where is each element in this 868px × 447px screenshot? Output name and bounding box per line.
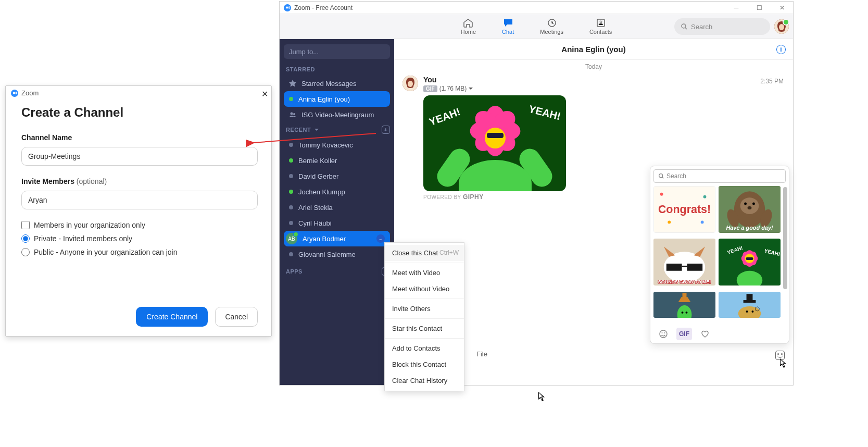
sidebar-item-recent[interactable]: Jochen Klumpp — [284, 184, 390, 200]
chat-sidebar: Jump to... STARRED Starred Messages Anin… — [280, 39, 394, 385]
sidebar-item-aryan[interactable]: AB Aryan Bodmer ⌄ — [284, 231, 390, 246]
svg-point-12 — [660, 193, 663, 196]
profile-avatar[interactable] — [774, 19, 789, 34]
heart-tab[interactable] — [697, 328, 713, 340]
sidebar-item-recent[interactable]: Giovanni Salemme — [284, 246, 390, 262]
gif-cell-yeah[interactable]: YEAH! YEAH! — [719, 239, 781, 285]
window-maximize-button[interactable]: ☐ — [751, 3, 767, 13]
gif-tab[interactable]: GIF — [676, 328, 692, 340]
sidebar-item-recent[interactable]: Bernie Koller — [284, 153, 390, 168]
search-icon — [681, 23, 688, 30]
dialog-titlebar: Zoom ✕ — [6, 86, 271, 100]
svg-point-48 — [751, 311, 753, 313]
home-icon — [463, 18, 473, 28]
svg-point-19 — [740, 197, 759, 214]
ctx-block[interactable]: Block this Contact — [385, 356, 464, 372]
sidebar-item-isg[interactable]: ISG Video-Meetingraum — [284, 107, 390, 122]
sidebar-section-apps[interactable]: APPS + — [286, 267, 390, 276]
svg-point-3 — [682, 24, 686, 28]
emoji-tab[interactable] — [656, 328, 671, 340]
create-channel-button[interactable]: Create Channel — [136, 307, 208, 327]
sidebar-item-recent[interactable]: Ariel Stekla — [284, 200, 390, 215]
sidebar-section-recent[interactable]: RECENT + — [286, 126, 390, 134]
ctx-invite[interactable]: Invite Others — [385, 301, 464, 317]
svg-rect-50 — [747, 294, 753, 301]
gif-image[interactable]: YEAH! YEAH! — [423, 95, 566, 191]
svg-point-52 — [660, 330, 667, 338]
message-sender: You — [423, 76, 785, 84]
ctx-meet-no-video[interactable]: Meet without Video — [385, 281, 464, 297]
chat-header: Anina Eglin (you) i — [394, 39, 793, 60]
message-meta: GIF (1.76 MB) — [423, 85, 785, 92]
message-avatar — [402, 76, 418, 91]
avatar: AB — [286, 233, 297, 244]
gif-cell-goodday[interactable]: Have a good day! — [719, 186, 781, 233]
ctx-star[interactable]: Star this Contact — [385, 320, 464, 337]
caret-down-icon[interactable] — [469, 86, 473, 91]
svg-point-15 — [701, 220, 704, 223]
nav-home[interactable]: Home — [461, 18, 476, 35]
dialog-title-text: Zoom — [21, 89, 39, 97]
public-radio[interactable]: Public - Anyone in your organization can… — [21, 248, 256, 256]
svg-text:SOUNDS GOOD TO ME!: SOUNDS GOOD TO ME! — [658, 279, 711, 284]
svg-point-10 — [659, 174, 663, 178]
search-input[interactable]: Search — [674, 18, 770, 35]
contact-context-menu: Close this ChatCtrl+W Meet with Video Me… — [384, 242, 464, 391]
zoom-logo-icon — [284, 4, 291, 11]
invite-members-label: Invite Members (optional) — [21, 177, 256, 185]
emoji-picker-button[interactable] — [775, 351, 785, 360]
gif-search-input[interactable]: Search — [653, 169, 786, 183]
channel-name-input[interactable] — [21, 147, 258, 166]
private-radio[interactable]: Private - Invited members only — [21, 234, 256, 243]
dialog-heading: Create a Channel — [21, 105, 256, 120]
presence-icon — [289, 143, 293, 147]
nav-chat[interactable]: Chat — [502, 18, 514, 35]
gif-cell-partial[interactable] — [719, 292, 781, 318]
sidebar-item-recent[interactable]: Cyril Häubi — [284, 215, 390, 231]
info-icon[interactable]: i — [776, 45, 786, 54]
gif-cell-soundsgood[interactable]: SOUNDS GOOD TO ME! — [653, 239, 715, 285]
cancel-button[interactable]: Cancel — [215, 307, 258, 327]
gif-cell-partial[interactable] — [653, 292, 715, 318]
window-minimize-button[interactable]: ─ — [728, 3, 744, 13]
nav-meetings[interactable]: Meetings — [540, 18, 563, 35]
presence-icon — [289, 174, 293, 178]
org-only-checkbox[interactable]: Members in your organization only — [21, 221, 256, 229]
scrollbar[interactable] — [783, 187, 787, 289]
ctx-meet-video[interactable]: Meet with Video — [385, 265, 464, 281]
svg-point-53 — [662, 332, 663, 333]
chat-icon — [503, 18, 513, 28]
channel-name-label: Channel Name — [21, 133, 256, 142]
invite-members-input[interactable] — [21, 191, 258, 209]
ctx-close-chat[interactable]: Close this ChatCtrl+W — [385, 245, 464, 261]
svg-point-54 — [664, 332, 665, 333]
create-channel-dialog: Zoom ✕ Create a Channel Channel Name Inv… — [5, 85, 272, 337]
add-channel-button[interactable]: + — [382, 126, 390, 134]
ctx-add[interactable]: Add to Contacts — [385, 340, 464, 356]
nav-contacts[interactable]: Contacts — [589, 18, 612, 35]
sidebar-starred-messages[interactable]: Starred Messages — [284, 76, 390, 91]
top-navigation: Home Chat Meetings Contacts Search — [280, 14, 793, 39]
sidebar-item-recent[interactable]: David Gerber — [284, 168, 390, 184]
dialog-close-button[interactable]: ✕ — [261, 89, 268, 99]
ctx-clear[interactable]: Clear Chat History — [385, 372, 464, 389]
presence-icon — [289, 158, 293, 163]
svg-text:Have a good day!: Have a good day! — [726, 225, 773, 231]
window-title: Zoom - Free Account — [294, 4, 353, 11]
gif-cell-congrats[interactable]: Congrats! — [653, 186, 715, 233]
jump-to-input[interactable]: Jump to... — [284, 44, 390, 59]
file-button[interactable]: File — [476, 350, 487, 358]
clock-icon — [547, 18, 557, 28]
chevron-down-icon[interactable]: ⌄ — [376, 234, 385, 243]
sidebar-item-self[interactable]: Anina Eglin (you) — [284, 91, 390, 107]
group-icon — [289, 111, 296, 118]
svg-point-20 — [744, 203, 747, 205]
heart-icon — [700, 329, 710, 339]
smile-icon — [659, 329, 668, 339]
svg-point-5 — [779, 24, 784, 30]
presence-icon — [289, 252, 293, 256]
svg-point-22 — [748, 206, 752, 209]
window-close-button[interactable]: ✕ — [774, 3, 790, 13]
sidebar-item-recent[interactable]: Tommy Kovacevic — [284, 137, 390, 153]
presence-icon — [289, 97, 293, 101]
